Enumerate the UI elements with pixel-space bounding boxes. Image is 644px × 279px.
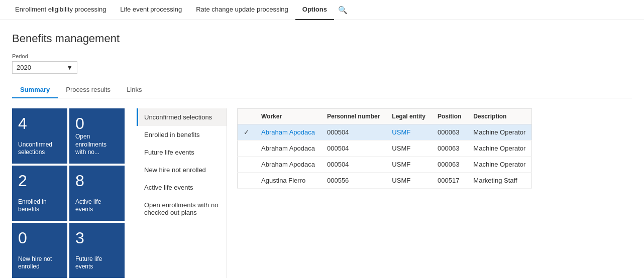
row-position: 000063	[432, 141, 467, 157]
table-row[interactable]: Agustina Fierro000556USMF000517Marketing…	[238, 173, 532, 189]
period-select[interactable]: 2020 ▼	[12, 61, 77, 74]
tile-futurelifeevents[interactable]: 3 Future life events	[69, 223, 125, 278]
page-title: Benefits management	[12, 32, 632, 45]
col-worker: Worker	[255, 109, 321, 124]
tab-summary[interactable]: Summary	[12, 82, 58, 98]
tile-activelifeevents[interactable]: 8 Active life events	[69, 166, 125, 221]
row-legal[interactable]: USMF	[386, 124, 432, 141]
period-label: Period	[12, 53, 632, 59]
tile-activelifeevents-number: 8	[75, 173, 119, 189]
row-check	[238, 141, 256, 157]
sidebar-item-unconfirmed[interactable]: Unconfirmed selections	[137, 108, 227, 126]
sidebar-item-openenrollments[interactable]: Open enrollments with no checked out pla…	[137, 196, 227, 221]
row-worker: Abraham Apodaca	[255, 141, 321, 157]
col-description: Description	[467, 109, 532, 124]
row-worker: Abraham Apodaca	[255, 157, 321, 173]
chevron-down-icon: ▼	[66, 64, 73, 71]
row-worker: Agustina Fierro	[255, 173, 321, 189]
sidebar-item-activelife[interactable]: Active life events	[137, 179, 227, 196]
tile-futurelifeevents-label: Future life events	[75, 255, 119, 271]
nav-options[interactable]: Options	[295, 0, 334, 20]
tiles-row-2: 2 Enrolled in benefits 8 Active life eve…	[12, 166, 125, 221]
table-row[interactable]: ✓Abraham Apodaca000504USMF000063Machine …	[238, 124, 532, 141]
row-worker[interactable]: Abraham Apodaca	[255, 124, 321, 141]
tab-processresults[interactable]: Process results	[58, 82, 119, 98]
tile-activelifeevents-label: Active life events	[75, 198, 119, 214]
nav-lifeevent[interactable]: Life event processing	[113, 0, 189, 20]
tabs: Summary Process results Links	[12, 82, 632, 98]
nav-ratechange[interactable]: Rate change update processing	[189, 0, 295, 20]
tile-unconfirmed-label: Unconfirmed selections	[18, 141, 61, 157]
sidebar-list: Unconfirmed selections Enrolled in benef…	[137, 108, 227, 278]
row-check	[238, 157, 256, 173]
col-check	[238, 109, 256, 124]
tab-links[interactable]: Links	[119, 82, 150, 98]
row-position: 000063	[432, 124, 467, 141]
table-row[interactable]: Abraham Apodaca000504USMF000063Machine O…	[238, 141, 532, 157]
tiles-row-1: 4 Unconfirmed selections 0 Open enrollme…	[12, 108, 125, 164]
tile-futurelifeevents-number: 3	[75, 230, 119, 246]
content-right: Unconfirmed selections Enrolled in benef…	[137, 108, 532, 278]
col-personnel: Personnel number	[321, 109, 386, 124]
row-legal: USMF	[386, 173, 432, 189]
tile-openenrollments-label: Open enrollments with no...	[75, 133, 119, 157]
sidebar-item-enrolled[interactable]: Enrolled in benefits	[137, 126, 227, 144]
tile-unconfirmed-number: 4	[18, 115, 61, 131]
tile-enrolledinbenefits-number: 2	[18, 173, 61, 189]
period-value: 2020	[17, 64, 31, 71]
search-icon[interactable]: 🔍	[338, 6, 348, 15]
row-legal: USMF	[386, 141, 432, 157]
tile-newhire-number: 0	[18, 230, 61, 246]
tile-enrolledinbenefits-label: Enrolled in benefits	[18, 198, 61, 214]
row-position: 000063	[432, 157, 467, 173]
col-position: Position	[432, 109, 467, 124]
tiles-row-3: 0 New hire not enrolled 3 Future life ev…	[12, 223, 125, 278]
row-check	[238, 173, 256, 189]
row-check: ✓	[238, 124, 256, 141]
sidebar-item-newhire[interactable]: New hire not enrolled	[137, 161, 227, 179]
worker-link[interactable]: Abraham Apodaca	[261, 128, 315, 136]
row-description: Machine Operator	[467, 124, 532, 141]
table-header-row: Worker Personnel number Legal entity Pos…	[238, 109, 532, 124]
row-description: Marketing Staff	[467, 173, 532, 189]
table-area: Worker Personnel number Legal entity Pos…	[227, 108, 532, 278]
row-personnel: 000504	[321, 124, 386, 141]
dashboard: 4 Unconfirmed selections 0 Open enrollme…	[12, 108, 632, 278]
table-row[interactable]: Abraham Apodaca000504USMF000063Machine O…	[238, 157, 532, 173]
col-legal: Legal entity	[386, 109, 432, 124]
sidebar-item-futurelife[interactable]: Future life events	[137, 144, 227, 161]
tile-openenrollments-number: 0	[75, 115, 119, 131]
top-nav: Enrollment eligibility processing Life e…	[0, 0, 644, 20]
row-description: Machine Operator	[467, 157, 532, 173]
legal-link[interactable]: USMF	[392, 128, 410, 136]
tile-newhire[interactable]: 0 New hire not enrolled	[12, 223, 67, 278]
row-description: Machine Operator	[467, 141, 532, 157]
data-table: Worker Personnel number Legal entity Pos…	[237, 108, 532, 189]
tiles-column: 4 Unconfirmed selections 0 Open enrollme…	[12, 108, 125, 278]
row-personnel: 000504	[321, 141, 386, 157]
tile-openenrollments[interactable]: 0 Open enrollments with no...	[69, 108, 125, 164]
tile-enrolledinbenefits[interactable]: 2 Enrolled in benefits	[12, 166, 67, 221]
row-legal: USMF	[386, 157, 432, 173]
nav-enrollment[interactable]: Enrollment eligibility processing	[8, 0, 113, 20]
tile-unconfirmed[interactable]: 4 Unconfirmed selections	[12, 108, 67, 164]
row-position: 000517	[432, 173, 467, 189]
main-content: Benefits management Period 2020 ▼ Summar…	[0, 20, 644, 279]
row-personnel: 000504	[321, 157, 386, 173]
tile-newhire-label: New hire not enrolled	[18, 255, 61, 271]
row-personnel: 000556	[321, 173, 386, 189]
